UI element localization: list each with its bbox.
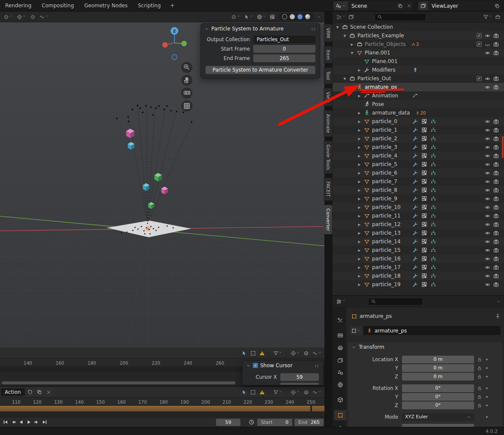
wrench-blue-icon[interactable] — [412, 196, 418, 202]
xray-toggle[interactable] — [270, 14, 275, 20]
render-camera-icon[interactable] — [493, 282, 499, 287]
add-workspace-button[interactable]: + — [166, 3, 179, 9]
sidebar-tab-govie-tools[interactable]: Govie Tools — [324, 141, 333, 174]
render-camera-icon[interactable] — [493, 222, 499, 227]
expand-right-icon[interactable]: ▶ — [357, 163, 362, 166]
particles-green-icon[interactable] — [430, 187, 436, 193]
grid-icon[interactable] — [421, 213, 427, 219]
particles-green-icon[interactable] — [430, 256, 436, 262]
expand-right-icon[interactable]: ▶ — [357, 223, 362, 227]
unlink-action-button[interactable] — [45, 388, 53, 396]
expand-right-icon[interactable]: ▶ — [357, 248, 362, 252]
render-camera-icon[interactable] — [493, 33, 499, 39]
workspace-tab-rendering[interactable]: Rendering — [0, 0, 36, 12]
grid-icon[interactable] — [421, 144, 427, 150]
outliner-row-particle_7[interactable]: ▶particle_7 — [333, 177, 504, 186]
particles-green-icon[interactable] — [430, 264, 436, 270]
timeline-scrollbar[interactable] — [2, 381, 235, 384]
wrench-blue-icon[interactable] — [412, 256, 418, 262]
render-camera-icon[interactable] — [493, 76, 499, 82]
wrench-blue-icon[interactable] — [412, 178, 418, 184]
eye-icon[interactable] — [485, 282, 490, 287]
grid-icon[interactable] — [421, 136, 427, 142]
wrench-blue-icon[interactable] — [412, 170, 418, 176]
new-scene-button[interactable] — [396, 1, 405, 10]
render-camera-icon[interactable] — [493, 230, 499, 236]
expand-down-icon[interactable]: ▼ — [350, 85, 354, 89]
zoom-button[interactable] — [181, 62, 192, 73]
lock-button[interactable] — [477, 357, 482, 362]
particles-green-icon[interactable] — [430, 221, 436, 227]
end-frame-field[interactable]: 265 — [253, 54, 315, 62]
animate-dot[interactable] — [486, 367, 488, 369]
proportional-edit-icon[interactable] — [303, 350, 309, 356]
eye-icon[interactable] — [485, 187, 490, 193]
ortho-toggle-button[interactable] — [181, 100, 192, 112]
number-field[interactable]: 0° — [402, 393, 474, 401]
outliner-row-animation[interactable]: ▶Animation — [333, 91, 504, 100]
particles-green-icon[interactable] — [430, 196, 436, 202]
start-frame-field[interactable]: 0 — [253, 45, 315, 53]
eye-icon[interactable] — [485, 265, 490, 270]
particles-green-icon[interactable] — [430, 213, 436, 219]
render-camera-icon[interactable] — [493, 265, 499, 270]
outliner-row-particle_16[interactable]: ▶particle_16 — [333, 254, 504, 263]
wrench-blue-icon[interactable] — [412, 153, 418, 159]
expand-right-icon[interactable]: ▶ — [357, 283, 362, 287]
particles-green-icon[interactable] — [430, 178, 436, 184]
selectability-dropdown[interactable] — [244, 14, 253, 20]
current-frame-field[interactable]: 59 — [216, 419, 240, 426]
render-camera-icon[interactable] — [493, 179, 499, 184]
screw-icon[interactable] — [412, 67, 418, 73]
shading-wireframe-button[interactable] — [282, 14, 287, 19]
wrench-blue-icon[interactable] — [412, 230, 418, 236]
eye-icon[interactable] — [485, 136, 490, 142]
wrench-blue-icon[interactable] — [412, 213, 418, 219]
grid-icon[interactable] — [421, 256, 427, 262]
cursor-x-field[interactable]: 59 — [280, 373, 319, 381]
eye-icon[interactable] — [485, 273, 490, 279]
wrench-blue-icon[interactable] — [412, 273, 418, 279]
lock-button[interactable] — [477, 366, 482, 371]
wrench-blue-icon[interactable] — [412, 204, 418, 210]
eye-icon[interactable] — [485, 33, 490, 39]
outliner-row-pose[interactable]: Pose — [333, 100, 504, 109]
render-camera-icon[interactable] — [493, 42, 499, 47]
outliner-row-particle_0[interactable]: ▶particle_0 — [333, 117, 504, 126]
outliner-row-particle_2[interactable]: ▶particle_2 — [333, 134, 504, 143]
tab-output[interactable] — [334, 343, 346, 353]
properties-search[interactable] — [368, 298, 423, 305]
action-strip-end[interactable] — [312, 406, 324, 411]
particles-green-icon[interactable] — [430, 239, 436, 245]
viewlayer-name[interactable]: ViewLayer — [428, 3, 493, 9]
number-field[interactable]: 0 m — [402, 356, 474, 363]
particles-green-icon[interactable] — [430, 247, 436, 253]
grid-icon[interactable] — [421, 153, 427, 159]
fake-user-button[interactable] — [26, 388, 34, 396]
particles-green-icon[interactable] — [430, 230, 436, 236]
outliner-row-plane.001[interactable]: Plane.001 — [333, 57, 504, 66]
grid-icon[interactable] — [421, 230, 427, 236]
tab-world[interactable] — [334, 380, 346, 390]
navigation-gizmo[interactable]: Z — [162, 27, 187, 60]
outliner-row-particle_objects[interactable]: ▶Particle_Objects3✓ — [333, 40, 504, 48]
outliner-row-modifiers[interactable]: ▶Modifiers — [333, 66, 504, 74]
proportional-edit-toggle[interactable] — [30, 14, 36, 20]
start-frame-field[interactable]: Start0 — [257, 419, 292, 426]
outliner-row-particles_out[interactable]: ▼Particles_Out✓ — [333, 74, 504, 83]
expand-right-icon[interactable]: ▶ — [357, 120, 362, 124]
render-camera-icon[interactable] — [493, 162, 499, 167]
wrench-blue-icon[interactable] — [412, 136, 418, 142]
grid-icon[interactable] — [421, 264, 427, 270]
snap-dropdown[interactable] — [291, 390, 300, 395]
outliner-row-particle_17[interactable]: ▶particle_17 — [333, 263, 504, 272]
particles-green-icon[interactable] — [430, 161, 436, 167]
number-field[interactable]: 0° — [402, 402, 474, 409]
particles-green-icon[interactable] — [430, 118, 436, 124]
viewport-3d[interactable]: Z Particle System to Armature Output Col… — [0, 22, 324, 347]
grid-icon[interactable] — [421, 127, 427, 133]
eye-icon[interactable] — [485, 127, 490, 133]
show-cursor-checkbox[interactable]: ✓ — [253, 363, 258, 368]
expand-right-icon[interactable]: ▶ — [357, 94, 362, 98]
outliner-row-particle_12[interactable]: ▶particle_12 — [333, 220, 504, 229]
